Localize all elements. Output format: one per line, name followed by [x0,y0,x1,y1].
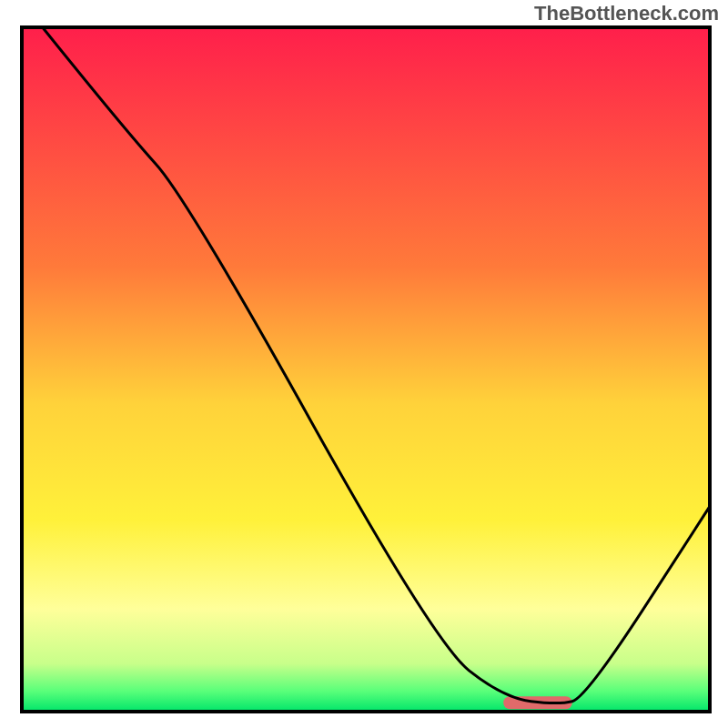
bottleneck-chart [0,0,728,728]
chart-container: TheBottleneck.com [0,0,728,728]
watermark-text: TheBottleneck.com [534,2,719,25]
plot-area [22,27,710,712]
